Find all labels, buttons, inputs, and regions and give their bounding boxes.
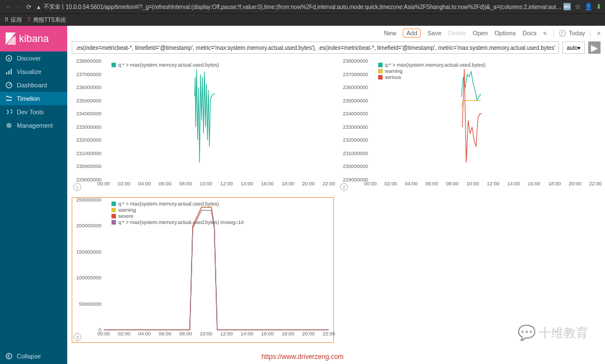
bookmark-item[interactable]: T周报TTS系统 bbox=[27, 16, 66, 24]
url-text[interactable]: 10.0.0.54:5601/app/timelion#/?_g=(refres… bbox=[66, 4, 563, 10]
svg-rect-3 bbox=[11, 69, 12, 74]
toolbar-add[interactable]: Add bbox=[403, 29, 421, 38]
watermark: 💬十维教育 bbox=[518, 324, 588, 342]
toolbar-new[interactable]: New bbox=[384, 30, 396, 36]
download-icon[interactable]: ⬇ bbox=[596, 3, 602, 11]
toolbar-docs[interactable]: Docs bbox=[523, 30, 537, 36]
collapse-button[interactable]: Collapse bbox=[0, 348, 67, 364]
svg-point-6 bbox=[6, 353, 12, 359]
sidebar-item-management[interactable]: Management bbox=[0, 119, 67, 132]
sidebar-item-devtools[interactable]: Dev Tools bbox=[0, 105, 67, 119]
query-row: auto ▾ ▶ bbox=[67, 40, 605, 55]
toolbar-delete[interactable]: Delete bbox=[448, 30, 466, 36]
sidebar-item-dashboard[interactable]: Dashboard bbox=[0, 78, 67, 92]
chart-3[interactable]: 0500000001000000001500000002000000002500… bbox=[72, 197, 334, 343]
bookmark-bar: ⠿应用 T周报TTS系统 bbox=[0, 13, 605, 26]
svg-point-5 bbox=[8, 124, 10, 127]
toolbar-save[interactable]: Save bbox=[427, 30, 441, 36]
insecure-label: 不安全 | bbox=[44, 3, 63, 11]
toolbar: New Add Save Delete Open Options Docs < … bbox=[67, 26, 605, 40]
translate-icon[interactable]: 🔤 bbox=[563, 3, 571, 11]
toolbar-open[interactable]: Open bbox=[473, 30, 488, 36]
charts-grid: 2290000002300000002310000002320000002330… bbox=[67, 55, 605, 364]
footer-link[interactable]: https://www.driverzeng.com bbox=[262, 353, 344, 361]
star-icon[interactable]: ☆ bbox=[575, 3, 581, 11]
apps-button[interactable]: ⠿应用 bbox=[4, 16, 22, 24]
account-icon[interactable]: 👤 bbox=[584, 3, 593, 11]
svg-rect-1 bbox=[6, 72, 7, 74]
browser-address-bar: ← → ⟳ ▲ 不安全 | 10.0.0.54:5601/app/timelio… bbox=[0, 0, 605, 13]
kibana-logo[interactable]: kibana bbox=[0, 26, 67, 52]
play-button[interactable]: ▶ bbox=[588, 41, 601, 54]
reload-icon[interactable]: ⟳ bbox=[24, 3, 34, 11]
sidebar-item-timelion[interactable]: Timelion bbox=[0, 92, 67, 105]
sidebar: kibana Discover Visualize Dashboard Time… bbox=[0, 26, 67, 364]
svg-rect-2 bbox=[8, 71, 10, 74]
toolbar-prev[interactable]: < bbox=[543, 30, 547, 36]
toolbar-next[interactable]: > bbox=[597, 30, 601, 36]
chart-1[interactable]: 2290000002300000002310000002320000002330… bbox=[72, 58, 334, 193]
clock-icon: 🕘 bbox=[559, 30, 566, 37]
chart-2[interactable]: 2290000002300000002310000002320000002330… bbox=[338, 58, 601, 193]
forward-icon[interactable]: → bbox=[13, 3, 24, 10]
sidebar-item-visualize[interactable]: Visualize bbox=[0, 65, 67, 78]
toolbar-today[interactable]: 🕘Today bbox=[553, 30, 590, 37]
wechat-icon: 💬 bbox=[518, 324, 536, 342]
back-icon[interactable]: ← bbox=[3, 3, 13, 10]
query-input[interactable] bbox=[72, 41, 559, 54]
sidebar-item-discover[interactable]: Discover bbox=[0, 52, 67, 65]
warning-icon: ▲ bbox=[36, 4, 41, 10]
toolbar-options[interactable]: Options bbox=[495, 30, 516, 36]
interval-select[interactable]: auto ▾ bbox=[562, 41, 585, 54]
